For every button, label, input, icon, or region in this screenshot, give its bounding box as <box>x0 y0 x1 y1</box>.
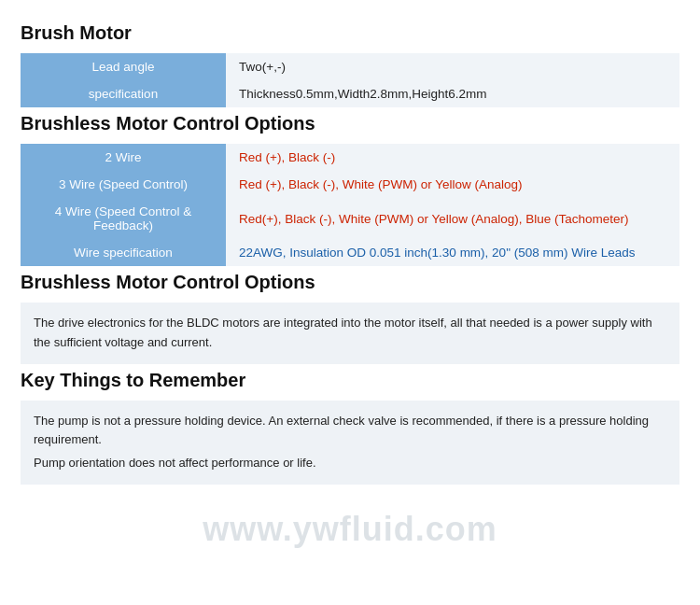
brushless-options-section: Brushless Motor Control Options 2 Wire R… <box>21 113 679 266</box>
value-3wire: Red (+), Black (-), White (PWM) or Yello… <box>226 171 679 198</box>
label-lead-angle: Lead angle <box>21 53 226 80</box>
table-row: specification Thickness0.5mm,Width2.8mm,… <box>21 80 679 107</box>
label-specification: specification <box>21 80 226 107</box>
key-things-title: Key Things to Remember <box>21 370 679 391</box>
brush-motor-title: Brush Motor <box>21 22 679 44</box>
table-row: 2 Wire Red (+), Black (-) <box>21 144 679 171</box>
key-things-line-1: The pump is not a pressure holding devic… <box>34 412 666 451</box>
brushless-description-text: The drive electronics for the BLDC motor… <box>21 302 679 364</box>
table-row: Lead angle Two(+,-) <box>21 53 679 80</box>
key-things-text: The pump is not a pressure holding devic… <box>21 401 679 485</box>
key-things-section: Key Things to Remember The pump is not a… <box>21 370 679 485</box>
brush-motor-table: Lead angle Two(+,-) specification Thickn… <box>21 53 679 107</box>
brushless-description-title: Brushless Motor Control Options <box>21 272 679 293</box>
brushless-description-section: Brushless Motor Control Options The driv… <box>21 272 679 364</box>
brush-motor-section: Brush Motor Lead angle Two(+,-) specific… <box>21 22 679 107</box>
value-lead-angle: Two(+,-) <box>226 53 679 80</box>
value-wire-spec: 22AWG, Insulation OD 0.051 inch(1.30 mm)… <box>226 239 679 266</box>
label-2wire: 2 Wire <box>21 144 226 171</box>
watermark: www.ywfluid.com <box>203 510 497 549</box>
key-things-line-2: Pump orientation does not affect perform… <box>34 454 666 473</box>
value-4wire: Red(+), Black (-), White (PWM) or Yellow… <box>226 198 679 239</box>
value-2wire: Red (+), Black (-) <box>226 144 679 171</box>
brushless-options-table: 2 Wire Red (+), Black (-) 3 Wire (Speed … <box>21 144 679 266</box>
label-4wire: 4 Wire (Speed Control & Feedback) <box>21 198 226 239</box>
value-specification: Thickness0.5mm,Width2.8mm,Height6.2mm <box>226 80 679 107</box>
table-row: Wire specification 22AWG, Insulation OD … <box>21 239 679 266</box>
brushless-options-title: Brushless Motor Control Options <box>21 113 679 134</box>
label-wire-spec: Wire specification <box>21 239 226 266</box>
table-row: 3 Wire (Speed Control) Red (+), Black (-… <box>21 171 679 198</box>
table-row: 4 Wire (Speed Control & Feedback) Red(+)… <box>21 198 679 239</box>
label-3wire: 3 Wire (Speed Control) <box>21 171 226 198</box>
